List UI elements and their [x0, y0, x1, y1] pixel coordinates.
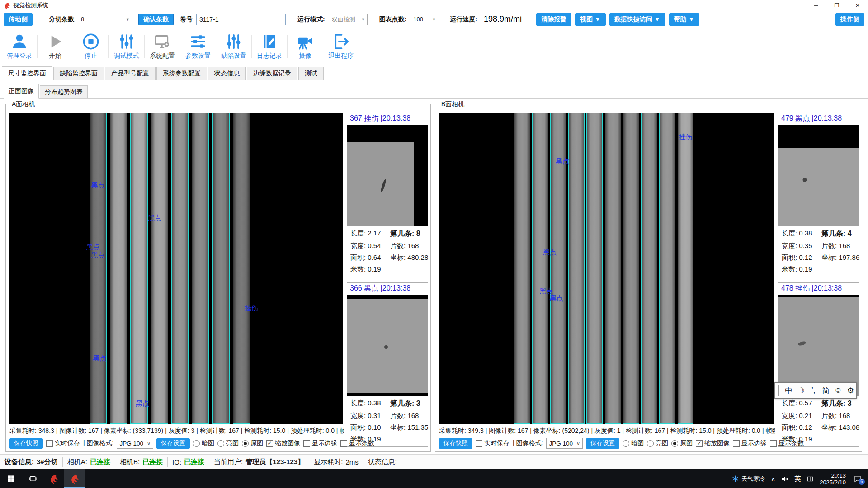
start-button[interactable]: 开始 — [38, 33, 73, 60]
dark-image-radio[interactable]: 暗图 — [193, 439, 214, 447]
zoom-image-checkbox[interactable]: 缩放图像 — [696, 439, 730, 447]
chevron-down-icon: ∨ — [576, 441, 580, 446]
volume-muted-icon[interactable] — [781, 475, 788, 483]
hidden-icons-chevron[interactable]: ∧ — [771, 475, 775, 483]
defect-card[interactable]: 367 挫伤 |20:13:38 长度: 2.17 第几条: 8 宽度: 0.5… — [347, 113, 428, 277]
defect-label: 黑点 — [136, 399, 149, 408]
film-strip — [233, 113, 250, 424]
icon-toolbar: 管理登录 开始 停止 调试模式 — [0, 28, 868, 65]
image-format-select[interactable]: JPG 100∨ — [546, 438, 583, 449]
log-record-button[interactable]: 日志记录 — [252, 33, 287, 60]
drag-handle[interactable] — [778, 385, 780, 396]
camera-a-controls: 保存快照 实时保存 | 图像格式: JPG 100∨ 保存设置 暗图 亮图 原图… — [9, 438, 374, 449]
camera-a-defect-list: 367 挫伤 |20:13:38 长度: 2.17 第几条: 8 宽度: 0.5… — [347, 113, 428, 447]
view-menu-button[interactable]: 视图 ▼ — [575, 13, 606, 26]
save-snapshot-button[interactable]: 保存快照 — [439, 438, 472, 449]
bright-image-radio[interactable]: 亮图 — [647, 439, 668, 447]
exit-program-button[interactable]: 退出程序 — [323, 33, 359, 60]
tab-system-param-config[interactable]: 系统参数配置 — [156, 67, 207, 80]
stop-icon — [82, 33, 100, 51]
tool-label: 系统配置 — [150, 52, 175, 60]
ime-punctuation-button[interactable]: ’, — [808, 386, 819, 395]
input-language-indicator[interactable]: 英 — [794, 475, 801, 483]
system-config-button[interactable]: 系统配置 — [145, 33, 180, 60]
snowflake-icon — [731, 475, 739, 483]
chart-points-select[interactable]: 100 ▼ — [410, 14, 438, 25]
dark-image-radio[interactable]: 暗图 — [623, 439, 644, 447]
ime-settings-gear-icon[interactable]: ⚙ — [845, 386, 856, 395]
film-strip — [192, 113, 209, 424]
close-button[interactable]: ✕ — [847, 0, 868, 11]
realtime-save-checkbox[interactable]: 实时保存 — [476, 439, 509, 447]
notification-center-button[interactable]: 6 — [852, 473, 863, 485]
zoom-image-checkbox[interactable]: 缩放图像 — [266, 439, 300, 447]
touch-keyboard-icon[interactable] — [807, 475, 814, 483]
defect-header: 479 黑点 |20:13:38 — [778, 113, 859, 125]
tab-status-info[interactable]: 状态信息 — [208, 67, 246, 80]
realtime-save-checkbox[interactable]: 实时保存 — [46, 439, 80, 447]
defect-label: 黑点 — [556, 157, 569, 166]
roll-number-input[interactable] — [196, 14, 286, 25]
operator-side-button[interactable]: 操作侧 — [835, 13, 864, 26]
tab-edge-data-record[interactable]: 边缘数据记录 — [247, 67, 297, 80]
taskbar-clock[interactable]: 20:13 2025/2/10 — [820, 472, 846, 486]
slit-count-label: 分切条数 — [49, 15, 74, 23]
original-image-radio[interactable]: 原图 — [242, 439, 263, 447]
tab-test[interactable]: 测试 — [298, 67, 324, 80]
device-info-label: 设备信息: — [5, 458, 34, 466]
save-snapshot-button[interactable]: 保存快照 — [9, 438, 43, 449]
weather-widget[interactable]: 天气寒冷 — [731, 475, 765, 483]
show-edge-checkbox[interactable]: 显示边缘 — [733, 439, 767, 447]
ime-chinese-mode-button[interactable]: 中 — [783, 385, 794, 396]
camera-b-conn-label: 相机B: — [120, 458, 140, 466]
film-strip — [212, 113, 230, 424]
show-count-checkbox[interactable]: 显示条数 — [340, 439, 374, 447]
defect-card[interactable]: 478 挫伤 |20:13:38 长度: 0.57 第几条: 3 宽度: 0.2… — [778, 282, 859, 447]
checkbox-label: 缩放图像 — [704, 439, 730, 447]
help-menu-button[interactable]: 帮助 ▼ — [669, 13, 700, 26]
checkbox-label: 实时保存 — [484, 439, 509, 447]
ime-fullwidth-moon-icon[interactable]: ☽ — [795, 386, 807, 395]
clear-alarm-button[interactable]: 清除报警 — [536, 13, 571, 26]
parameter-settings-button[interactable]: 参数设置 — [180, 33, 216, 60]
defect-label: 黑点 — [91, 251, 105, 259]
maximize-button[interactable]: ❐ — [826, 0, 847, 11]
data-quick-access-button[interactable]: 数据快捷访问 ▼ — [609, 13, 665, 26]
subtab-trend-chart[interactable]: 分布趋势图表 — [40, 85, 88, 98]
show-count-checkbox[interactable]: 显示条数 — [770, 439, 804, 447]
start-button[interactable] — [0, 469, 22, 488]
run-mode-select[interactable]: 双面检测 ▼ — [329, 14, 368, 25]
debug-mode-button[interactable]: 调试模式 — [109, 33, 144, 60]
camera-capture-button[interactable]: 摄像 — [288, 33, 323, 60]
ime-simplified-button[interactable]: 简 — [820, 385, 831, 396]
original-image-radio[interactable]: 原图 — [671, 439, 693, 447]
defect-settings-button[interactable]: 缺陷设置 — [216, 33, 251, 60]
film-strip — [130, 113, 147, 424]
admin-login-button[interactable]: 管理登录 — [2, 33, 37, 60]
drive-side-button[interactable]: 传动侧 — [4, 13, 33, 26]
show-edge-checkbox[interactable]: 显示边缘 — [303, 439, 337, 447]
task-view-button[interactable] — [22, 469, 43, 488]
bright-image-radio[interactable]: 亮图 — [217, 439, 239, 447]
defect-card[interactable]: 366 黑点 |20:13:38 长度: 0.38 第几条: 3 宽度: 0.3… — [347, 282, 428, 447]
subtab-front-image[interactable]: 正面图像 — [4, 84, 39, 99]
tab-size-monitor[interactable]: 尺寸监控界面 — [2, 66, 52, 80]
save-settings-button[interactable]: 保存设置 — [156, 438, 190, 449]
minimize-button[interactable]: ─ — [806, 0, 826, 11]
taskbar-app-2-active[interactable] — [64, 469, 85, 488]
device-info-value: 3#分切 — [37, 458, 58, 466]
film-strip — [641, 113, 657, 424]
defect-card[interactable]: 479 黑点 |20:13:38 长度: 0.38 第几条: 4 宽度: 0.3… — [778, 113, 859, 277]
confirm-count-button[interactable]: 确认条数 — [138, 14, 174, 25]
slit-count-select[interactable]: 8 ▼ — [78, 14, 132, 25]
save-settings-button[interactable]: 保存设置 — [586, 438, 619, 449]
defect-header: 478 挫伤 |20:13:38 — [778, 283, 859, 295]
tab-defect-monitor[interactable]: 缺陷监控界面 — [53, 67, 104, 80]
taskbar-app-1[interactable] — [43, 469, 64, 488]
tab-product-model-config[interactable]: 产品型号配置 — [105, 67, 156, 80]
ime-emoji-button[interactable]: ☺ — [832, 386, 844, 395]
image-format-select[interactable]: JPG 100∨ — [117, 438, 153, 449]
stop-button[interactable]: 停止 — [73, 33, 108, 60]
run-speed-label: 运行速度: — [450, 15, 477, 23]
camera-b-conn-status: 已连接 — [142, 458, 163, 466]
